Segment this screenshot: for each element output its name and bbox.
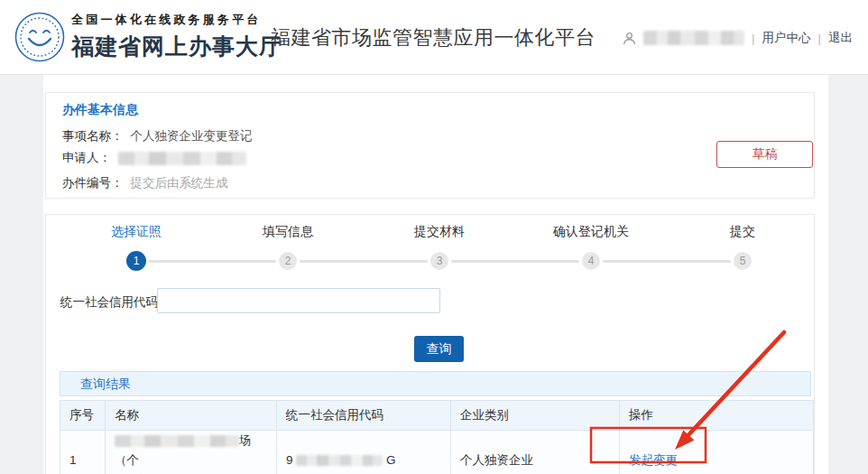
separator: | (817, 32, 821, 45)
separator: | (752, 32, 755, 45)
field-label: 办件编号： (62, 176, 124, 190)
table-header-row: 序号 名称 统一社会信用代码 企业类别 操作 (60, 401, 814, 431)
wizard-circle-1: 1 (126, 251, 146, 271)
query-button[interactable]: 查询 (414, 336, 464, 362)
code-suffix: G (386, 453, 396, 467)
step-label: 提交材料 (414, 224, 465, 240)
draft-button[interactable]: 草稿 (716, 141, 813, 168)
wizard-step-2: 填写信息 (263, 224, 313, 240)
wizard-circle-2: 2 (279, 252, 297, 270)
results-table: 序号 名称 统一社会信用代码 企业类别 操作 1 场（个 人独资) 9 (60, 400, 814, 474)
wizard-connector (451, 260, 579, 263)
user-name-redacted (643, 31, 744, 45)
code-prefix: 9 (286, 453, 293, 467)
credit-code-input[interactable] (157, 288, 440, 313)
header: 全国一体化在线政务服务平台 福建省网上办事大厅 福建省市场监管智慧应用一体化平台… (0, 0, 868, 75)
page-title: 福建省市场监管智慧应用一体化平台 (271, 24, 596, 51)
user-icon (623, 32, 636, 45)
col-header-category: 企业类别 (451, 401, 620, 431)
wizard-step-5: 提交 (730, 224, 755, 240)
field-case-number: 办件编号：提交后由系统生成 (62, 175, 228, 191)
wizard-circle-3: 3 (430, 252, 448, 270)
wizard-circle-5: 5 (734, 252, 752, 270)
cell-seq: 1 (60, 431, 106, 474)
field-value: 个人独资企业变更登记 (131, 129, 253, 143)
page: 全国一体化在线政务服务平台 福建省网上办事大厅 福建省市场监管智慧应用一体化平台… (0, 0, 868, 474)
cell-name: 场（个 人独资) (106, 431, 277, 474)
wizard-step-4: 确认登记机关 (553, 224, 629, 240)
field-item-name: 事项名称：个人独资企业变更登记 (62, 128, 253, 144)
logout-link[interactable]: 退出 (828, 30, 853, 46)
col-header-name: 名称 (106, 401, 277, 431)
wizard-step-3: 提交材料 (414, 224, 465, 240)
field-label: 事项名称： (62, 129, 124, 143)
wizard-step-1: 选择证照 (111, 224, 162, 240)
col-header-seq: 序号 (60, 401, 106, 431)
wizard-connector (300, 260, 428, 263)
field-value: 提交后由系统生成 (131, 176, 228, 190)
search-panel: 选择证照 填写信息 提交材料 确认登记机关 提交 1 2 3 4 5 统一社会信… (45, 214, 815, 474)
user-center-link[interactable]: 用户中心 (762, 30, 810, 46)
user-area: | 用户中心 | 退出 (623, 30, 853, 46)
logo-tagline: 全国一体化在线政务服务平台 (71, 12, 264, 28)
credit-code-redacted (296, 455, 383, 466)
wizard-connector (148, 260, 276, 263)
case-info-title: 办件基本信息 (62, 102, 138, 118)
field-label: 申请人： (62, 151, 111, 164)
col-header-action: 操作 (620, 401, 814, 431)
fujian-gov-logo-icon (14, 12, 65, 62)
cell-credit-code: 9 G (277, 431, 451, 474)
case-info-panel: 办件基本信息 事项名称：个人独资企业变更登记 申请人： 办件编号：提交后由系统生… (45, 92, 815, 199)
credit-code-label: 统一社会信用代码 (60, 294, 158, 311)
step-label: 提交 (730, 224, 755, 240)
step-label: 确认登记机关 (553, 224, 629, 240)
table-row: 1 场（个 人独资) 9 G 个人独资企业 发起变更 (60, 431, 814, 474)
field-applicant: 申请人： (62, 150, 246, 166)
step-label: 填写信息 (263, 224, 313, 240)
cell-category: 个人独资企业 (451, 431, 620, 474)
step-label: 选择证照 (111, 224, 162, 240)
wizard-connector (603, 260, 731, 263)
company-name-redacted (115, 435, 239, 447)
logo-site-name: 福建省网上办事大厅 (71, 32, 264, 61)
cell-action: 发起变更 (620, 431, 814, 474)
results-section-title: 查询结果 (60, 371, 811, 396)
applicant-name-redacted (118, 152, 246, 165)
initiate-change-link[interactable]: 发起变更 (629, 453, 678, 467)
site-logo-text: 全国一体化在线政务服务平台 福建省网上办事大厅 (71, 12, 264, 61)
wizard-circle-4: 4 (582, 252, 600, 270)
col-header-credit-code: 统一社会信用代码 (277, 401, 451, 431)
